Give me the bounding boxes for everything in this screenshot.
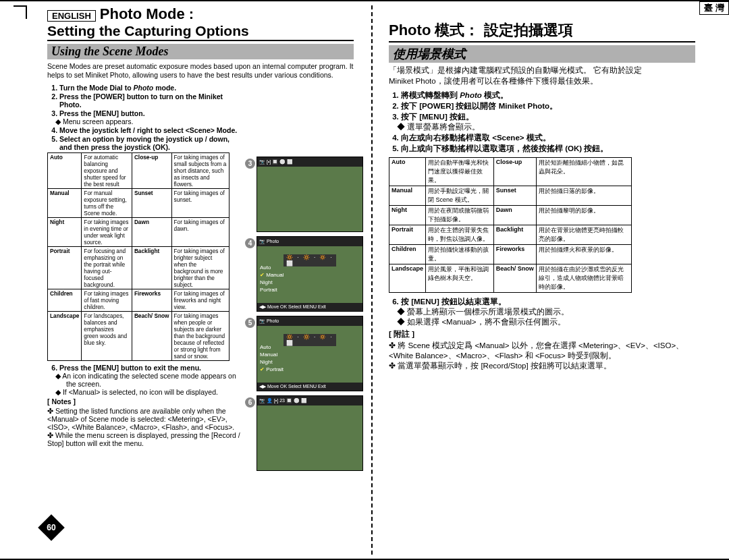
modes-table-zh: Auto用於自動平衡曝光和快門速度以獲得最佳效果。Close-up用於短距離拍攝… bbox=[389, 157, 632, 293]
title2-en: Setting the Capturing Options bbox=[47, 23, 354, 39]
intro-en: Scene Modes are preset automatic exposur… bbox=[47, 62, 354, 80]
intro-zh: 「場景模式」是根據內建電腦程式預設的自動曝光模式。 它有助於設定Miniket … bbox=[389, 65, 695, 86]
camera-strip: 3📷 [•] 🔲 ⚪ ⬜4📷 PhotoScene🔆 · 🔆 · 🔅 · ⬜Au… bbox=[256, 157, 364, 475]
section-zh: 使用場景模式 bbox=[389, 45, 695, 63]
right-column: 臺 灣 Photo 模式： 設定拍攝選項 使用場景模式 「場景模式」是根據內建電… bbox=[381, 5, 695, 555]
page-number-badge: 60 bbox=[38, 514, 65, 541]
lang-box-zh: 臺 灣 bbox=[699, 1, 729, 15]
lang-box-en: ENGLISH bbox=[47, 10, 96, 22]
modes-table-en: AutoFor automatic balancing exposure and… bbox=[47, 152, 230, 361]
steps-en: Turn the Mode Dial to Photo mode. Press … bbox=[47, 84, 242, 151]
notes-label-en: [ Notes ] bbox=[47, 397, 242, 405]
camera-screenshot: 5📷 PhotoScene🔆 · 🔆 · 🔅 · ⬜AutoManualNigh… bbox=[256, 316, 363, 391]
camera-screenshot: 4📷 PhotoScene🔆 · 🔆 · 🔅 · ⬜AutoManualNigh… bbox=[256, 236, 363, 312]
notes-en: Setting the listed functions are availab… bbox=[47, 407, 242, 447]
title-zh: Photo 模式： 設定拍攝選項 bbox=[389, 20, 695, 40]
notes-label-zh: [ 附註 ] bbox=[389, 329, 695, 339]
title1-en: Photo Mode : bbox=[100, 5, 194, 23]
section-en: Using the Scene Modes bbox=[47, 44, 354, 59]
camera-screenshot: 3📷 [•] 🔲 ⚪ ⬜ bbox=[256, 157, 363, 232]
notes-zh: 將 Scene 模式設定爲 <Manual> 以外，您會在選擇 <Meterin… bbox=[389, 341, 695, 371]
steps-zh: 將模式轉盤轉到 Photo 模式。 按下 [POWER] 按鈕以開啓 Minik… bbox=[389, 90, 695, 155]
camera-screenshot: 6📷 👤 [•] 23 🔲 ⚪ ⬜ bbox=[256, 395, 363, 471]
